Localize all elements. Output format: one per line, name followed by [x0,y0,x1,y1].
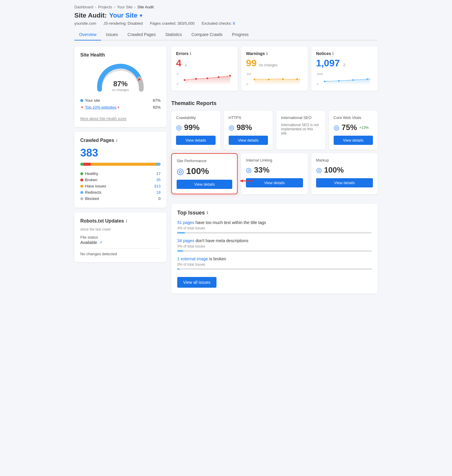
errors-card: Errors ℹ 4 -1 8 0 [171,46,238,91]
redirects-dot [80,191,83,194]
notices-value: 1,097 [316,58,340,69]
cwv-view-details-btn[interactable]: View details [334,136,373,145]
top10-link[interactable]: Top-10% websites [85,105,117,109]
blocked-val: 0 [158,196,161,201]
crawlability-score: 99% [184,123,200,132]
view-all-issues-btn[interactable]: View all issues [177,277,216,288]
robots-since: since the last crawl [80,227,161,231]
svg-text:0: 0 [247,82,248,86]
svg-text:2000: 2000 [317,72,323,76]
broken-label: Broken [85,178,97,182]
more-about-site-health-link[interactable]: More about Site Health score [80,117,126,121]
breadcrumb: Dashboard › Projects › Your Site › Site … [74,5,378,9]
issue-1: 51 pages have too much text within the t… [177,220,372,234]
warnings-chart: 200 0 [246,71,303,86]
top10-dropdown-icon[interactable]: ▾ [117,105,119,109]
tab-compare-crawls[interactable]: Compare Crawls [187,29,227,40]
top-issues-card: Top Issues ℹ 51 pages have too much text… [171,204,378,294]
external-link-icon[interactable]: ↗ [99,240,102,245]
redirects-label: Redirects [85,190,101,195]
issue-3-text: 1 external image is broken [177,256,372,261]
js-rendering: JS-rendering: Disabled [103,21,143,26]
issues-bar [91,163,156,166]
issues-val: 313 [154,184,161,188]
thematic-internal-linking: Internal Linking ◎ 33% View details [241,153,307,194]
thematic-site-performance: Site Performance ◎ 100% View details [171,153,238,194]
markup-score: 100% [324,165,344,175]
svg-marker-24 [240,179,243,182]
issue-2-pct: 3% of total issues [177,244,372,248]
issue-3-bar-fill [177,268,179,270]
page-title: Site Audit: [74,12,107,19]
svg-point-12 [254,79,255,80]
notices-info-icon[interactable]: ℹ [332,51,334,56]
redirects-val: 18 [156,190,161,195]
breadcrumb-projects[interactable]: Projects [98,5,112,9]
healthy-val: 17 [156,171,161,176]
crawlability-view-details-btn[interactable]: View details [176,136,216,145]
warnings-value: 99 [246,58,257,69]
tab-issues[interactable]: Issues [101,29,123,40]
issues-label: Have issues [85,184,106,188]
tab-progress[interactable]: Progress [227,29,253,40]
svg-point-14 [282,78,284,80]
svg-marker-3 [185,76,230,85]
svg-text:8: 8 [177,72,178,76]
healthy-bar [80,163,84,166]
svg-point-4 [184,79,186,81]
top-issues-info-icon[interactable]: ℹ [207,211,208,215]
cwv-circle-icon: ◎ [334,124,339,131]
breadcrumb-dashboard[interactable]: Dashboard [74,5,93,9]
broken-dot [80,178,83,181]
issue-1-pct: 4% of total issues [177,226,372,230]
top-issues-title: Top Issues ℹ [177,210,372,216]
crawled-pages-card: Crawled Pages ℹ 383 Healthy17 Broken35 H… [74,132,167,208]
svg-point-13 [268,79,270,80]
thematic-markup: Markup ◎ 100% View details [311,153,378,194]
thematic-row1: Crawlability ◎ 99% View details HTTPS ◎ … [171,111,378,150]
crawled-pages-info-icon[interactable]: ℹ [116,138,117,143]
errors-value: 4 [176,58,181,69]
thematic-core-web-vitals: Core Web Vitals ◎ 75% +13% View details [329,111,378,150]
nav-tabs: Overview Issues Crawled Pages Statistics… [74,29,378,40]
top10-val: 92% [153,105,161,109]
notices-label: Notices ℹ [316,51,373,56]
svg-point-5 [195,78,197,80]
issue-3-link[interactable]: 1 external image [177,256,208,261]
issue-1-link[interactable]: 51 pages [177,220,194,225]
tab-crawled-pages[interactable]: Crawled Pages [123,29,161,40]
blocked-dot [80,197,83,200]
markup-view-details-btn[interactable]: View details [316,178,373,187]
svg-point-21 [352,79,354,81]
site-perf-circle-icon: ◎ [177,166,184,176]
site-perf-score: 100% [186,166,209,176]
pages-crawled: Pages crawled: 383/5,000 [150,21,194,26]
excluded-checks-link[interactable]: 8 [233,21,235,26]
https-circle-icon: ◎ [229,124,234,131]
issue-2-text: 34 pages don't have meta descriptions [177,238,372,243]
il-view-details-btn[interactable]: View details [246,178,303,187]
issue-2-bar [177,250,372,252]
tab-overview[interactable]: Overview [74,29,101,40]
issue-1-bar [177,232,372,234]
thematic-row2: Site Performance ◎ 100% View details [171,153,378,194]
issues-dot [80,185,83,188]
tab-statistics[interactable]: Statistics [161,29,187,40]
markup-circle-icon: ◎ [316,166,322,174]
file-status-val: Available ↗ [80,240,161,245]
crawled-pages-title: Crawled Pages [80,138,114,143]
errors-info-icon[interactable]: ℹ [190,51,191,56]
notices-chart: 2000 0 [316,71,373,86]
crawled-count: 383 [80,147,161,159]
https-view-details-btn[interactable]: View details [229,136,268,145]
site-perf-view-details-btn[interactable]: View details [177,180,232,189]
warnings-info-icon[interactable]: ℹ [266,51,268,56]
excluded-checks: Excluded checks: 8 [202,21,235,26]
healthy-label: Healthy [85,171,98,176]
site-legend: Your site 87% ▼ Top-10% websites ▾ 92% [80,97,161,111]
issue-2-link[interactable]: 34 pages [177,238,194,243]
breadcrumb-yoursite[interactable]: Your Site [117,5,132,9]
site-dropdown-icon[interactable]: ▾ [140,13,142,18]
robots-info-icon[interactable]: ℹ [126,219,127,223]
thematic-reports: Thematic Reports Crawlability ◎ 99% View… [171,100,378,199]
